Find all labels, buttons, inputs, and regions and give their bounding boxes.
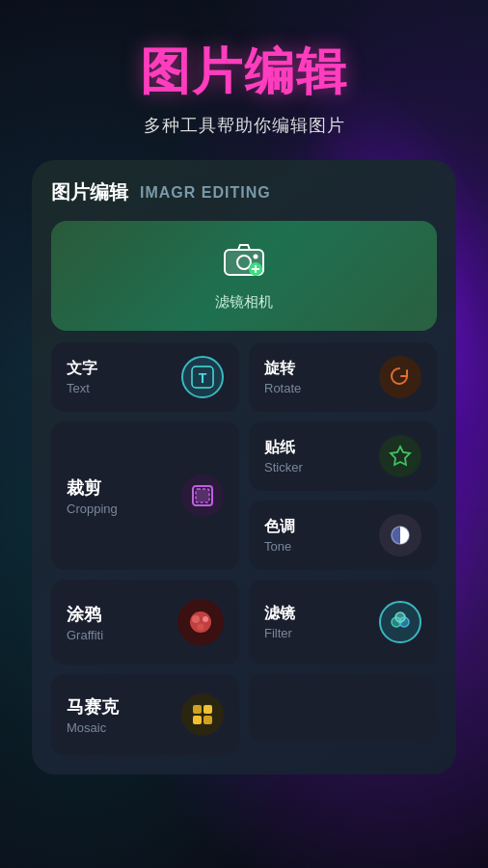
tone-tool-icon (379, 514, 421, 556)
card-title-cn: 图片编辑 (51, 179, 128, 205)
svg-rect-9 (196, 489, 209, 502)
tool-sticker[interactable]: 贴纸 Sticker (249, 421, 437, 491)
camera-button[interactable]: 滤镜相机 (51, 221, 437, 331)
sticker-tool-icon (379, 435, 421, 477)
camera-label: 滤镜相机 (215, 293, 273, 312)
tool-placeholder (249, 674, 437, 742)
tool-sticker-labels: 贴纸 Sticker (264, 438, 303, 475)
tool-filter-labels: 滤镜 Filter (264, 604, 295, 640)
svg-point-18 (395, 612, 405, 622)
tool-tone-labels: 色调 Tone (264, 517, 295, 554)
mosaic-tool-icon (181, 693, 224, 736)
tool-rotate-labels: 旋转 Rotate (264, 359, 301, 395)
graffiti-tool-icon (177, 599, 224, 645)
tool-cropping[interactable]: 裁剪 Cropping (51, 421, 239, 570)
svg-rect-19 (193, 705, 202, 714)
svg-rect-21 (193, 716, 202, 724)
text-tool-icon: T (181, 356, 224, 398)
svg-point-14 (203, 616, 208, 622)
tool-graffiti-labels: 涂鸦 Graffiti (67, 603, 103, 642)
main-card: 图片编辑 IMAGR EDITING 滤镜相机 (32, 160, 456, 774)
svg-point-2 (254, 255, 258, 259)
page-title: 图片编辑 (140, 39, 348, 114)
tool-graffiti[interactable]: 涂鸦 Graffiti (51, 580, 239, 665)
svg-marker-10 (391, 447, 410, 465)
rotate-tool-icon (379, 356, 421, 398)
camera-icon (223, 240, 265, 285)
card-header: 图片编辑 IMAGR EDITING (51, 179, 437, 205)
tool-filter[interactable]: 滤镜 Filter (249, 580, 437, 665)
cropping-tool-icon (181, 475, 224, 517)
tool-text-labels: 文字 Text (67, 359, 97, 395)
svg-text:T: T (199, 370, 207, 386)
svg-point-13 (192, 615, 200, 623)
tool-mosaic-labels: 马赛克 Mosaic (67, 695, 119, 735)
tool-mosaic[interactable]: 马赛克 Mosaic (51, 674, 239, 755)
svg-rect-20 (203, 705, 212, 714)
svg-rect-22 (203, 716, 212, 724)
card-title-en: IMAGR EDITING (140, 184, 271, 202)
title-text: 图片编辑 (140, 39, 348, 106)
tool-text[interactable]: 文字 Text T (51, 342, 239, 412)
main-content: 图片编辑 多种工具帮助你编辑图片 图片编辑 IMAGR EDITING (0, 0, 488, 868)
tool-tone[interactable]: 色调 Tone (249, 501, 437, 570)
tool-cropping-labels: 裁剪 Cropping (67, 476, 118, 516)
svg-point-15 (198, 624, 204, 631)
filter-tool-icon (379, 601, 421, 643)
subtitle-text: 多种工具帮助你编辑图片 (144, 114, 345, 137)
tool-rotate[interactable]: 旋转 Rotate (249, 342, 437, 412)
